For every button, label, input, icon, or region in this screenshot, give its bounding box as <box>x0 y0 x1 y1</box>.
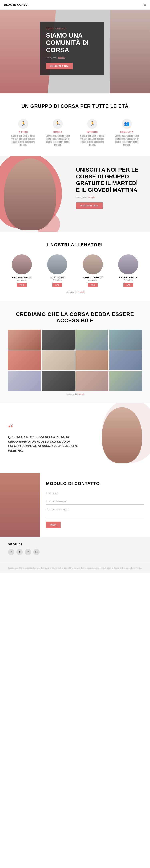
quote-section: “ QUESTA È LA BELLEZZA DELLA PISTA. CI C… <box>0 403 150 473</box>
accessible-section: CREDIAMO CHE LA CORSA DEBBA ESSERE ACCES… <box>0 301 150 403</box>
trainer-info-button-0[interactable]: Info <box>17 283 27 287</box>
photo-6 <box>42 350 75 370</box>
trainer-info-button-1[interactable]: Info <box>52 283 62 287</box>
trainer-card-1: NICK DAVIS Allenatore Info <box>42 254 73 287</box>
twitter-icon[interactable]: t <box>17 549 23 555</box>
hero-desc: Immagine da Freepik <box>46 56 98 59</box>
trainer-name-1: NICK DAVIS <box>42 276 73 279</box>
photo-8 <box>109 350 142 370</box>
join-section: UNISCITI A NOI PER LE CORSE DI GRUPPO GR… <box>0 156 150 232</box>
menu-icon[interactable]: ≡ <box>144 2 146 7</box>
trainer-role-1: Allenatore <box>42 279 73 281</box>
hero-subtitle: CORRI CON NOI <box>46 28 98 30</box>
quote-text: QUESTA È LA BELLEZZA DELLA PISTA. CI CIR… <box>8 435 84 453</box>
group-heading: UN GRUPPO DI CORSA PER TUTTE LE ETÀ <box>8 103 142 109</box>
photo-9 <box>8 371 41 391</box>
feature-text-1: Sample text. Click to select the text bo… <box>45 134 71 147</box>
hero-section: CORRI CON NOI SIAMO UNA COMUNITÀ DI CORS… <box>0 9 150 93</box>
trainer-photo-2 <box>83 254 103 274</box>
photo-3 <box>75 330 108 349</box>
feature-title-3: COMUNITÀ <box>114 131 140 133</box>
trainer-info-button-2[interactable]: Info <box>88 283 98 287</box>
contact-form: INVIA <box>46 490 144 528</box>
contact-section: MODULO DI CONTATTO INVIA <box>0 473 150 537</box>
hero-cta-button[interactable]: UNISCITI A NOI <box>46 63 73 69</box>
trainers-heading: I NOSTRI ALLENATORI <box>6 242 144 247</box>
feature-title-1: CORSA <box>45 131 71 133</box>
feature-icon-1: 🏃 <box>53 119 63 129</box>
social-section: SEGUICI f t in ✉ <box>0 537 150 563</box>
join-heading: UNISCITI A NOI PER LE CORSE DI GRUPPO GR… <box>76 166 142 193</box>
footer-text: Sample text. Click to select the text bo… <box>8 566 142 569</box>
trainer-photo-3 <box>118 254 138 274</box>
site-logo: BLOG IN CORSO <box>4 3 28 6</box>
name-input[interactable] <box>46 490 144 496</box>
feature-item-3: 👥 COMUNITÀ Sample text. Click to select … <box>111 117 142 148</box>
submit-button[interactable]: INVIA <box>46 522 60 528</box>
social-heading: SEGUICI <box>8 543 142 546</box>
contact-form-area: MODULO DI CONTATTO INVIA <box>40 473 150 537</box>
feature-icon-3: 👥 <box>122 119 132 129</box>
social-icons: f t in ✉ <box>8 549 142 555</box>
hero-title: SIAMO UNA COMUNITÀ DI CORSA <box>46 32 98 54</box>
trainers-grid: AMANDA SMITH Allenatore Info NICK DAVIS … <box>6 254 144 287</box>
feature-text-2: Sample text. Click to select the text bo… <box>79 134 106 147</box>
email-input[interactable] <box>46 498 144 504</box>
feature-item-1: 🏃 CORSA Sample text. Click to select the… <box>43 117 73 148</box>
site-footer: Sample text. Click to select the text bo… <box>0 563 150 572</box>
hero-image-right <box>110 9 150 93</box>
quote-woman-image <box>102 407 142 463</box>
trainer-card-2: MEGAN CONRAY Allenatore Info <box>77 254 108 287</box>
accessible-heading: CREDIAMO CHE LA CORSA DEBBA ESSERE ACCES… <box>8 311 142 323</box>
feature-title-0: A PIEDI <box>10 131 36 133</box>
photo-7 <box>75 350 108 370</box>
trainer-role-0: Allenatore <box>6 279 38 281</box>
site-header: BLOG IN CORSO ≡ <box>0 0 150 9</box>
photo-5 <box>8 350 41 370</box>
photo-1 <box>8 330 41 349</box>
photo-2 <box>42 330 75 349</box>
quote-content: “ QUESTA È LA BELLEZZA DELLA PISTA. CI C… <box>8 423 84 453</box>
features-grid: 🏃 A PIEDI Sample text. Click to select t… <box>8 117 142 148</box>
contact-image <box>0 473 40 537</box>
photo-4 <box>109 330 142 349</box>
linkedin-icon[interactable]: in <box>25 549 31 555</box>
join-button[interactable]: ISCRIVITI ORA <box>76 203 103 209</box>
trainers-section: I NOSTRI ALLENATORI AMANDA SMITH Allenat… <box>0 232 150 301</box>
facebook-icon[interactable]: f <box>8 549 15 555</box>
photo-grid <box>8 330 142 391</box>
trainer-role-3: Allenatore <box>112 279 144 281</box>
photo-10 <box>42 371 75 391</box>
group-section: UN GRUPPO DI CORSA PER TUTTE LE ETÀ 🏃 A … <box>0 93 150 156</box>
photo-12 <box>109 371 142 391</box>
join-content: UNISCITI A NOI PER LE CORSE DI GRUPPO GR… <box>76 166 142 209</box>
join-woman-image <box>4 158 56 230</box>
feature-icon-0: 🏃 <box>18 119 28 129</box>
feature-item-0: 🏃 A PIEDI Sample text. Click to select t… <box>8 117 39 148</box>
trainer-name-3: PATRIK FRANK <box>112 276 144 279</box>
contact-heading: MODULO DI CONTATTO <box>46 481 144 486</box>
trainer-photo-1 <box>47 254 67 274</box>
feature-title-2: INTERNO <box>79 131 106 133</box>
trainer-card-0: AMANDA SMITH Allenatore Info <box>6 254 38 287</box>
trainer-photo-0 <box>12 254 32 274</box>
feature-text-0: Sample text. Click to select the text bo… <box>10 134 36 147</box>
trainer-info-button-3[interactable]: Info <box>123 283 133 287</box>
trainer-name-0: AMANDA SMITH <box>6 276 38 279</box>
trainer-name-2: MEGAN CONRAY <box>77 276 108 279</box>
trainer-role-2: Allenatore <box>77 279 108 281</box>
hero-overlay: CORRI CON NOI SIAMO UNA COMUNITÀ DI CORS… <box>40 22 104 75</box>
message-input[interactable] <box>46 506 144 519</box>
feature-item-2: 🏃 INTERNO Sample text. Click to select t… <box>77 117 107 148</box>
join-credit: Immagine da Freepik <box>76 196 142 198</box>
email-icon[interactable]: ✉ <box>33 549 40 555</box>
trainers-credit: Immagine da Freepik <box>6 291 144 293</box>
photo-credit: Immagini da Freepik <box>8 393 142 395</box>
quote-mark: “ <box>8 423 84 433</box>
photo-11 <box>75 371 108 391</box>
feature-icon-2: 🏃 <box>87 119 97 129</box>
trainer-card-3: PATRIK FRANK Allenatore Info <box>112 254 144 287</box>
feature-text-3: Sample text. Click to select the text bo… <box>114 134 140 147</box>
